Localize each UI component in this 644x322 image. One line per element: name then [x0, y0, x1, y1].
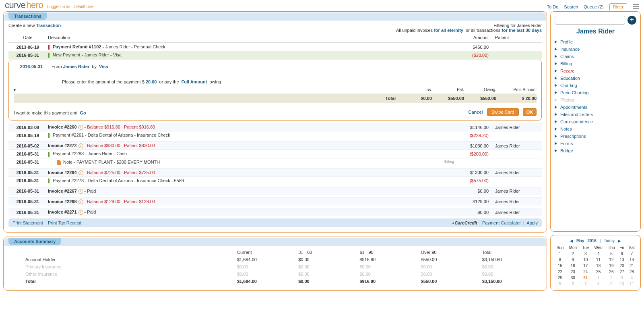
calendar-day[interactable]: 21: [626, 263, 637, 269]
patient-search-input[interactable]: [555, 16, 625, 25]
calendar-day[interactable]: 17: [580, 263, 592, 269]
calendar-day[interactable]: 14: [626, 257, 637, 263]
sidebar-item[interactable]: Education: [555, 75, 636, 82]
calendar-day[interactable]: 27: [617, 269, 626, 275]
table-row[interactable]: 2016-05-31 Invoice #2264i - Balance $725…: [8, 168, 542, 177]
go-link[interactable]: Go: [80, 110, 86, 115]
calendar-day[interactable]: 12: [605, 257, 617, 263]
sidebar-item[interactable]: Bridge: [555, 147, 636, 154]
full-amount-link[interactable]: Full Amount: [182, 79, 207, 84]
sidebar-item[interactable]: Appointments: [555, 104, 636, 111]
table-row[interactable]: 2016-05-31 Invoice #2268i - Balance $129…: [8, 197, 542, 206]
sidebar-item[interactable]: Forms: [555, 140, 636, 147]
print-tax-link[interactable]: Print Tax Receipt: [48, 220, 81, 225]
calendar-day[interactable]: 30: [566, 275, 580, 281]
calendar-day[interactable]: 1: [591, 275, 605, 281]
calendar-day[interactable]: 8: [591, 281, 605, 287]
menu-icon[interactable]: [633, 4, 639, 9]
table-row[interactable]: 2013-06-19 Payment Refund #1102 - James …: [8, 43, 542, 51]
nav-search[interactable]: Search: [564, 4, 578, 9]
payment-calculator-link[interactable]: Payment Calculator: [482, 220, 521, 225]
sidebar-item[interactable]: Notes: [555, 125, 636, 133]
calendar-day[interactable]: 5: [605, 251, 617, 257]
calendar-day[interactable]: 16: [566, 263, 580, 269]
calendar-day[interactable]: 9: [566, 257, 580, 263]
info-icon[interactable]: i: [78, 125, 83, 130]
calendar-day[interactable]: 10: [617, 281, 626, 287]
sidebar-item[interactable]: Charting: [555, 82, 636, 89]
info-icon[interactable]: i: [78, 199, 83, 204]
info-icon[interactable]: i: [78, 210, 83, 215]
add-patient-button[interactable]: +: [627, 16, 636, 25]
calendar-day[interactable]: 8: [554, 257, 566, 263]
sidebar-item[interactable]: Prescriptions: [555, 133, 636, 140]
sidebar-item[interactable]: Profile: [555, 38, 636, 46]
info-icon[interactable]: i: [78, 170, 83, 175]
print-statement-link[interactable]: Print Statement: [12, 220, 43, 225]
info-icon[interactable]: i: [78, 189, 83, 194]
table-row[interactable]: 2016-05-31 Payment #2278 - Delta Dental …: [8, 177, 542, 185]
filter-last30-link[interactable]: for the last 30 days: [502, 28, 542, 33]
calendar-day[interactable]: 7: [580, 281, 592, 287]
calendar-day[interactable]: 31: [580, 275, 592, 281]
calendar-day[interactable]: 29: [554, 275, 566, 281]
table-row[interactable]: 2016-05-02 Invoice #2272i - Balance $830…: [8, 141, 542, 150]
sidebar-item[interactable]: Billing: [555, 60, 636, 67]
table-row[interactable]: 2016-05-31 Invoice #2267i - Paid $0.00 J…: [8, 187, 542, 195]
calendar-day[interactable]: 11: [591, 257, 605, 263]
sidebar-item[interactable]: Insurance: [555, 46, 636, 53]
calendar-day[interactable]: 2: [605, 275, 617, 281]
calendar-day[interactable]: 28: [626, 269, 637, 275]
calendar-day[interactable]: 1: [554, 251, 566, 257]
calendar-day[interactable]: 2: [566, 251, 580, 257]
nav-queue[interactable]: Queue (2): [584, 4, 604, 9]
apply-link[interactable]: Apply: [526, 220, 538, 225]
exp-from-name[interactable]: James Rider: [63, 64, 89, 69]
calendar-day[interactable]: 19: [605, 263, 617, 269]
calendar-day[interactable]: 9: [605, 281, 617, 287]
ok-button[interactable]: OK: [523, 108, 537, 116]
swipe-card-button[interactable]: Swipe Card: [487, 108, 519, 116]
cal-next-icon[interactable]: ▶: [618, 239, 621, 243]
calendar-day[interactable]: 3: [580, 251, 592, 257]
calendar-day[interactable]: 10: [580, 257, 592, 263]
logo[interactable]: curvehero Logged in as: Default User: [5, 0, 95, 10]
calendar-day[interactable]: 25: [591, 269, 605, 275]
table-row[interactable]: 2016-05-31 Note - PAYMENT PLANT - $200 E…: [8, 158, 542, 166]
calendar-day[interactable]: 20: [617, 263, 626, 269]
calendar-day[interactable]: 4: [591, 251, 605, 257]
sidebar-item[interactable]: Files and Letters: [555, 111, 636, 118]
table-row[interactable]: 2016-05-31 New Payment - James Rider - V…: [8, 51, 542, 59]
cancel-button[interactable]: Cancel: [469, 110, 483, 114]
table-row[interactable]: 2016-05-31 Payment #2283 - James Rider -…: [8, 150, 542, 158]
info-icon[interactable]: i: [78, 143, 83, 148]
create-transaction-link[interactable]: Transaction: [36, 23, 61, 28]
exp-method[interactable]: Visa: [99, 64, 108, 69]
table-row[interactable]: 2016-05-19 Payment #2261 - Delta Dental …: [8, 131, 542, 139]
calendar-day[interactable]: 15: [554, 263, 566, 269]
filter-eternity-link[interactable]: for all eternity: [434, 28, 463, 33]
cal-prev-icon[interactable]: ◀: [570, 239, 573, 243]
calendar-day[interactable]: 6: [566, 281, 580, 287]
table-row[interactable]: 2016-03-08 Invoice #2260i - Balance $916…: [8, 123, 542, 131]
calendar-day[interactable]: 18: [591, 263, 605, 269]
calendar-day[interactable]: 6: [617, 251, 626, 257]
nav-current-tab[interactable]: Rider: [609, 3, 627, 10]
expand-icon[interactable]: [14, 88, 16, 91]
nav-todo[interactable]: To Do: [547, 4, 559, 9]
calendar-day[interactable]: 3: [617, 275, 626, 281]
payment-amount-input[interactable]: 20.00: [146, 79, 157, 84]
cal-today-link[interactable]: Today: [604, 239, 615, 243]
calendar-day[interactable]: 26: [605, 269, 617, 275]
calendar-day[interactable]: 4: [626, 275, 637, 281]
calendar-day[interactable]: 22: [554, 269, 566, 275]
sidebar-item[interactable]: Perio Charting: [555, 89, 636, 96]
calendar-day[interactable]: 23: [566, 269, 580, 275]
calendar-day[interactable]: 24: [580, 269, 592, 275]
sidebar-item[interactable]: Correspondence: [555, 118, 636, 125]
calendar-day[interactable]: 11: [626, 281, 637, 287]
table-row[interactable]: 2016-05-31 Invoice #2271i - Paid $0.00 J…: [8, 208, 542, 216]
calendar-day[interactable]: 5: [554, 281, 566, 287]
calendar-day[interactable]: 7: [626, 251, 637, 257]
calendar-day[interactable]: 13: [617, 257, 626, 263]
